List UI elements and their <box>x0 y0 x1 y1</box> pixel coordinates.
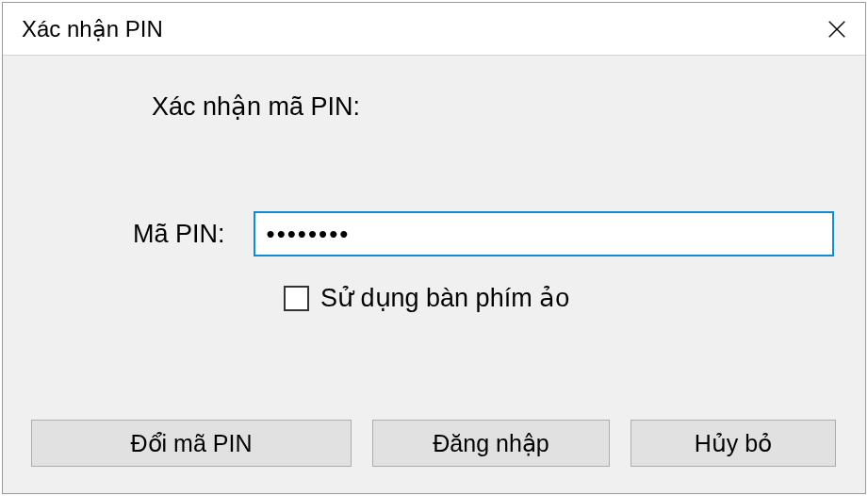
virtual-keyboard-label[interactable]: Sử dụng bàn phím ảo <box>320 283 569 313</box>
virtual-keyboard-checkbox[interactable] <box>284 286 309 311</box>
button-row: Đổi mã PIN Đăng nhập Hủy bỏ <box>3 420 865 493</box>
dialog-title: Xác nhận PIN <box>22 16 163 42</box>
dialog-content: Xác nhận mã PIN: Mã PIN: Sử dụng bàn phí… <box>3 56 865 420</box>
titlebar: Xác nhận PIN <box>3 3 865 56</box>
confirm-pin-heading: Xác nhận mã PIN: <box>152 91 837 122</box>
cancel-button[interactable]: Hủy bỏ <box>631 420 836 467</box>
virtual-keyboard-row: Sử dụng bàn phím ảo <box>284 283 837 313</box>
close-button[interactable] <box>809 3 865 56</box>
change-pin-button[interactable]: Đổi mã PIN <box>31 420 352 467</box>
close-icon <box>827 19 847 40</box>
login-button[interactable]: Đăng nhập <box>372 420 610 467</box>
pin-input-row: Mã PIN: <box>133 211 837 256</box>
pin-label: Mã PIN: <box>133 220 225 249</box>
pin-input[interactable] <box>254 211 834 256</box>
pin-confirm-dialog: Xác nhận PIN Xác nhận mã PIN: Mã PIN: Sử… <box>2 2 866 494</box>
